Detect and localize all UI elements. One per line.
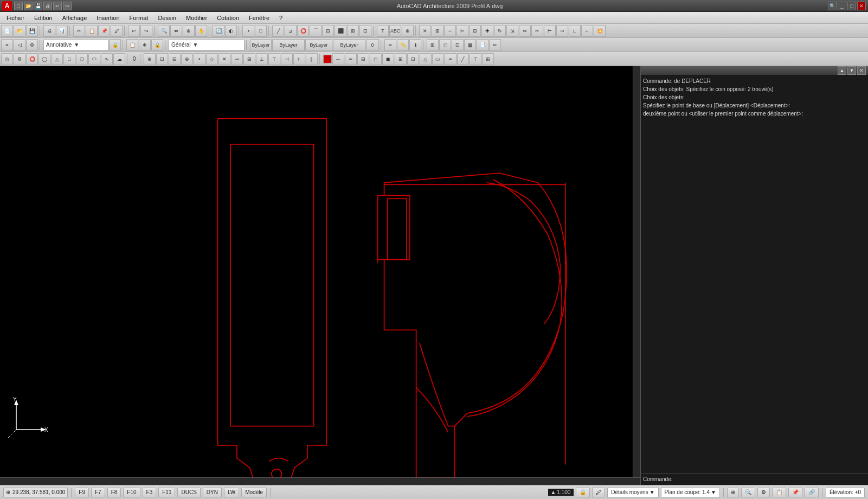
brace-btn[interactable]: ╱ [457, 53, 469, 65]
color-ctrl-btn[interactable]: ByLayer [250, 39, 272, 51]
snap-par-btn[interactable]: ∥ [306, 53, 318, 65]
polyline-btn[interactable]: ⊿ [285, 25, 297, 37]
insert-block-btn[interactable]: ⊕ [402, 25, 414, 37]
canvas-area[interactable]: Y X [0, 66, 640, 485]
plotstyle-btn[interactable]: ByLayer [333, 39, 365, 51]
fillet-btn[interactable]: ⌐ [581, 25, 593, 37]
model-space-btn[interactable]: ▪ [242, 25, 254, 37]
menu-format[interactable]: Format [125, 14, 153, 22]
plan-coupe-display[interactable]: Plan de coupe: 1.4 ▼ [661, 488, 720, 497]
new-file-btn[interactable]: 📄 [1, 25, 13, 37]
rect-btn[interactable]: □ [63, 53, 75, 65]
redo-action-btn[interactable]: ↪ [140, 25, 152, 37]
column-btn[interactable]: ⊞ [395, 53, 407, 65]
snap-app-btn[interactable]: ⊦ [293, 53, 305, 65]
ortho-status-btn[interactable]: F8 [107, 488, 121, 497]
beam-btn[interactable]: ━ [445, 53, 456, 65]
ceiling-btn[interactable]: ⊤ [470, 53, 481, 65]
stretch-btn[interactable]: ⇔ [519, 25, 531, 37]
circle2-btn[interactable]: ⭕ [26, 53, 38, 65]
osnap-status-btn[interactable]: F3 [143, 488, 157, 497]
zoom-prev-btn[interactable]: ⬅ [170, 25, 182, 37]
snap-per-btn[interactable]: ⊥ [256, 53, 268, 65]
layer-prev-btn[interactable]: ◁ [14, 39, 25, 51]
annotation-lock-btn[interactable]: 🔒 [109, 39, 121, 51]
break-btn[interactable]: ⊸ [556, 25, 568, 37]
color-picker-btn[interactable] [323, 55, 332, 63]
new-btn[interactable]: □ [14, 2, 23, 10]
trim-btn[interactable]: ✂ [531, 25, 543, 37]
roof-btn[interactable]: △ [420, 53, 432, 65]
arc-btn[interactable]: ⌒ [310, 25, 322, 37]
cut-btn[interactable]: ✂ [73, 25, 85, 37]
lineweight-picker-btn[interactable]: ━ [345, 53, 357, 65]
ellipse-btn[interactable]: ⬭ [88, 53, 100, 65]
osnap-btn[interactable]: ◎ [1, 53, 13, 65]
tool5-btn[interactable]: 📌 [788, 488, 802, 497]
paste-btn[interactable]: 📌 [98, 25, 110, 37]
ring-btn[interactable]: ◯ [38, 53, 50, 65]
linetype-picker-btn[interactable]: ─ [332, 53, 344, 65]
tool2-btn[interactable]: 🔍 [741, 488, 755, 497]
scale-lock-btn[interactable]: 🔒 [576, 488, 590, 497]
snap-mid-btn[interactable]: ⊟ [169, 53, 181, 65]
3d-orbit-btn[interactable]: 🔄 [213, 25, 224, 37]
gradient-btn[interactable]: ⬛ [335, 25, 346, 37]
desgn-ctr-btn[interactable]: ⊡ [452, 39, 464, 51]
copy-obj-btn[interactable]: ⊞ [432, 25, 443, 37]
markup-btn[interactable]: ✏ [489, 39, 501, 51]
list-btn[interactable]: ≡ [384, 39, 396, 51]
snap-quad-btn[interactable]: ◇ [206, 53, 218, 65]
window-obj-btn[interactable]: ◼ [382, 53, 394, 65]
freeze-layer-btn[interactable]: ❄ [139, 39, 151, 51]
horizontal-scrollbar[interactable] [0, 477, 640, 485]
mirror-btn[interactable]: ↔ [444, 25, 456, 37]
lineweight-ctrl-btn[interactable]: ByLayer [305, 39, 332, 51]
snap-status-btn[interactable]: F9 [75, 488, 89, 497]
shade-btn[interactable]: ◐ [225, 25, 237, 37]
offset-btn[interactable]: ⊨ [456, 25, 468, 37]
stair-btn[interactable]: ⊡ [407, 53, 419, 65]
snap-cen-btn[interactable]: ⊕ [181, 53, 193, 65]
model-status-btn[interactable]: Modèle [241, 488, 267, 497]
snap-from-btn[interactable]: ⊕ [144, 53, 156, 65]
detail-level-dropdown[interactable]: Détails moyens ▼ [607, 488, 658, 497]
move-btn[interactable]: ✚ [481, 25, 493, 37]
menu-dessin[interactable]: Dessin [153, 14, 181, 22]
search-icon[interactable]: 🔍 [828, 2, 837, 10]
xref-btn[interactable]: ⊞ [427, 39, 439, 51]
cmd-scroll-up[interactable]: ▲ [838, 66, 846, 75]
layer-mgr-btn[interactable]: ≡ [1, 39, 13, 51]
undo-btn[interactable]: ↩ [53, 2, 62, 10]
open-file-btn[interactable]: 📂 [14, 25, 25, 37]
save-file-btn[interactable]: 💾 [26, 25, 38, 37]
tool1-btn[interactable]: ⊕ [727, 488, 739, 497]
elevation-display[interactable]: Élévation: +0 [826, 488, 865, 497]
print-btn[interactable]: 🖨 [43, 2, 52, 10]
tool6-btn[interactable]: 🔗 [805, 488, 819, 497]
polygon-btn[interactable]: ⬡ [76, 53, 88, 65]
layer-dropdown[interactable]: Général ▼ [169, 40, 245, 50]
snap-near-btn[interactable]: ⊣ [281, 53, 293, 65]
linetype-ctrl-btn[interactable]: ByLayer [272, 39, 305, 51]
wall-btn[interactable]: ⊟ [357, 53, 369, 65]
dyn-status-btn[interactable]: DYN [203, 488, 222, 497]
plot-btn[interactable]: 🖨 [43, 25, 55, 37]
grid-btn[interactable]: ⊞ [482, 53, 494, 65]
maximize-btn[interactable]: □ [847, 2, 856, 10]
lock-layer-btn[interactable]: 🔒 [151, 39, 163, 51]
tool3-btn[interactable]: ⚙ [757, 488, 770, 497]
cmd-close-btn[interactable]: ✕ [857, 66, 866, 75]
hatch-btn[interactable]: ⊟ [322, 25, 334, 37]
extend-btn[interactable]: ⊢ [544, 25, 556, 37]
snap-ext-btn[interactable]: ⊸ [231, 53, 243, 65]
transparency-btn[interactable]: 0 [366, 39, 379, 51]
cmd-scroll-down[interactable]: ▼ [847, 66, 856, 75]
zoom-window-btn[interactable]: ⊕ [183, 25, 195, 37]
minimize-btn[interactable]: _ [838, 2, 846, 10]
match-prop-btn[interactable]: 🖊 [111, 25, 123, 37]
line-btn[interactable]: ╱ [272, 25, 284, 37]
plot-preview-btn[interactable]: 📊 [56, 25, 68, 37]
circle-btn[interactable]: ⭕ [297, 25, 309, 37]
table-btn[interactable]: ⊡ [359, 25, 371, 37]
